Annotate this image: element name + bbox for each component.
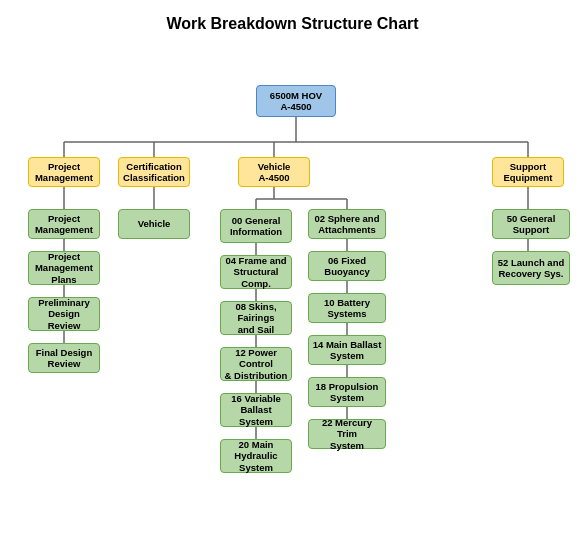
node-va-cat: VehicleA-4500 [238, 157, 310, 187]
node-v1: 00 GeneralInformation [220, 209, 292, 243]
node-root-label: 6500M HOVA-4500 [270, 90, 322, 113]
node-pm3-label: PreliminaryDesignReview [38, 297, 90, 331]
page: Work Breakdown Structure Chart [0, 0, 585, 555]
node-v5-label: 16 VariableBallastSystem [231, 393, 281, 427]
node-v9-label: 10 BatterySystems [324, 297, 370, 320]
node-v8: 06 FixedBuoyancy [308, 251, 386, 281]
node-se-cat: SupportEquipment [492, 157, 564, 187]
node-va-cat-label: VehicleA-4500 [258, 161, 291, 184]
chart: 6500M HOVA-4500 ProjectManagement Certif… [10, 47, 575, 507]
node-v9: 10 BatterySystems [308, 293, 386, 323]
node-v10: 14 Main BallastSystem [308, 335, 386, 365]
node-cc1: Vehicle [118, 209, 190, 239]
node-pm-cat: ProjectManagement [28, 157, 100, 187]
node-cc-cat-label: CertificationClassification [123, 161, 185, 184]
node-root: 6500M HOVA-4500 [256, 85, 336, 117]
node-pm2: ProjectManagementPlans [28, 251, 100, 285]
node-v3-label: 08 Skins,Fairingsand Sail [235, 301, 276, 335]
node-v4: 12 PowerControl& Distribution [220, 347, 292, 381]
node-v7-label: 02 Sphere andAttachments [315, 213, 380, 236]
node-pm4-label: Final DesignReview [36, 347, 92, 370]
node-pm-cat-label: ProjectManagement [35, 161, 93, 184]
node-v2: 04 Frame andStructuralComp. [220, 255, 292, 289]
node-pm2-label: ProjectManagementPlans [35, 251, 93, 285]
node-v10-label: 14 Main BallastSystem [313, 339, 382, 362]
node-v4-label: 12 PowerControl& Distribution [225, 347, 288, 381]
node-se-cat-label: SupportEquipment [503, 161, 552, 184]
node-pm3: PreliminaryDesignReview [28, 297, 100, 331]
node-pm4: Final DesignReview [28, 343, 100, 373]
node-cc-cat: CertificationClassification [118, 157, 190, 187]
node-v5: 16 VariableBallastSystem [220, 393, 292, 427]
node-v6: 20 MainHydraulicSystem [220, 439, 292, 473]
node-cc1-label: Vehicle [138, 218, 171, 229]
page-title: Work Breakdown Structure Chart [10, 15, 575, 33]
node-v7: 02 Sphere andAttachments [308, 209, 386, 239]
node-v3: 08 Skins,Fairingsand Sail [220, 301, 292, 335]
node-v12: 22 Mercury TrimSystem [308, 419, 386, 449]
node-v12-label: 22 Mercury TrimSystem [312, 417, 382, 451]
node-v6-label: 20 MainHydraulicSystem [234, 439, 277, 473]
node-v1-label: 00 GeneralInformation [230, 215, 282, 238]
node-pm1: ProjectManagement [28, 209, 100, 239]
node-se2: 52 Launch andRecovery Sys. [492, 251, 570, 285]
node-v11: 18 PropulsionSystem [308, 377, 386, 407]
node-pm1-label: ProjectManagement [35, 213, 93, 236]
node-v8-label: 06 FixedBuoyancy [324, 255, 369, 278]
node-se1-label: 50 GeneralSupport [507, 213, 556, 236]
node-v11-label: 18 PropulsionSystem [316, 381, 379, 404]
node-v2-label: 04 Frame andStructuralComp. [225, 255, 286, 289]
node-se1: 50 GeneralSupport [492, 209, 570, 239]
node-se2-label: 52 Launch andRecovery Sys. [498, 257, 565, 280]
